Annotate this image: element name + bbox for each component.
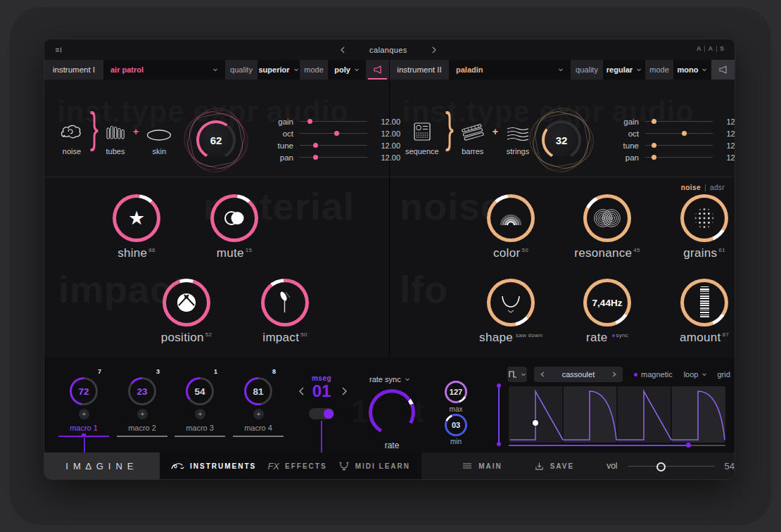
resonance-knob[interactable]: resonance45 [583, 194, 631, 242]
instrument-1-mode-select[interactable]: poly [328, 60, 366, 80]
macro-2-label[interactable]: macro 2 [113, 424, 172, 432]
pan-slider[interactable] [645, 157, 713, 158]
pan-slider[interactable] [300, 157, 367, 158]
mute-knob[interactable]: mute15 [210, 194, 258, 242]
shape-knob[interactable]: shapesaw down [487, 279, 535, 327]
vol-label: vol [607, 461, 617, 471]
noise-cloud-icon [60, 122, 84, 142]
envelope-curve [509, 386, 725, 443]
instrument-1-quality-select[interactable]: superior [258, 60, 300, 80]
star-icon: ★ [116, 198, 157, 239]
mallet-icon [265, 282, 305, 323]
instrument-2-type-selector: sequence } barres + strings [405, 113, 531, 156]
magnetic-toggle[interactable]: magnetic [634, 370, 673, 379]
global-preset-name[interactable]: calanques [369, 46, 407, 54]
macro-1-label[interactable]: macro 1 [54, 424, 113, 432]
material-panel: material impact ★ shine86 mute15 positi [44, 177, 389, 358]
type-sequence[interactable]: sequence [405, 121, 439, 156]
env-horizontal-slider[interactable] [509, 445, 689, 446]
instruments-doodle-icon [171, 462, 184, 471]
min-knob[interactable]: 03 [445, 414, 467, 436]
barcode-icon [684, 282, 725, 323]
bottom-bar: im∆gine instruments fx effects midi lear… [44, 452, 735, 479]
instrument-2-expr-knob[interactable]: 32 [523, 101, 600, 179]
instrument-1-audio-sliders: gain12.00 oct12.00 tune12.00 pan12.00 [269, 117, 400, 162]
gain-slider[interactable] [300, 121, 367, 122]
vol-slider[interactable] [628, 466, 715, 467]
rate-sync-select[interactable]: rate sync [369, 375, 410, 384]
prev-icon[interactable] [540, 372, 545, 377]
instrument-2-mode-select[interactable]: mono [673, 60, 711, 80]
ripples-icon [587, 198, 628, 239]
instrument-2-preset-select[interactable]: paladin [449, 60, 571, 80]
max-knob[interactable]: 127 [445, 381, 467, 403]
prev-preset-icon[interactable] [340, 46, 345, 53]
env-slider-handle[interactable] [686, 443, 691, 448]
instrument-1-preset-select[interactable]: air patrol [103, 60, 225, 80]
grains-knob[interactable]: grains61 [680, 194, 728, 242]
instrument-1-expr-knob[interactable]: 62 [177, 101, 255, 179]
env-preset-select[interactable]: cassoulet [534, 367, 623, 382]
mseg-number: 01 [300, 381, 343, 401]
tab-instruments[interactable]: instruments [171, 462, 256, 471]
panel-toggle-icon[interactable] [54, 46, 63, 54]
macro-4-knob[interactable]: 81 8 [244, 377, 272, 405]
impact-knob[interactable]: impact50 [261, 279, 309, 327]
tune-slider[interactable] [300, 145, 367, 146]
type-skin[interactable]: skin [146, 128, 172, 156]
next-preset-icon[interactable] [431, 46, 437, 53]
macro-3-label[interactable]: macro 3 [170, 424, 229, 432]
macro-3-knob[interactable]: 54 1 [186, 377, 214, 405]
envelope-editor[interactable] [509, 386, 725, 443]
logo-area: im∆gine [44, 452, 160, 479]
grid-select[interactable]: grid [717, 370, 735, 379]
macro-4-label[interactable]: macro 4 [229, 424, 288, 432]
type-noise[interactable]: noise [60, 122, 84, 156]
slider-label: oct [269, 129, 293, 138]
gain-slider[interactable] [645, 121, 713, 122]
tab-effects[interactable]: fx effects [267, 461, 326, 471]
tab-noise[interactable]: noise [681, 184, 701, 191]
fx-icon: fx [267, 461, 279, 471]
type-barres[interactable]: barres [460, 123, 485, 156]
mseg-enable-toggle[interactable] [309, 408, 334, 419]
tune-slider[interactable] [645, 145, 713, 146]
macro-3-assign-button[interactable]: + [195, 409, 205, 419]
save-button[interactable]: save [535, 462, 575, 471]
oct-slider[interactable] [300, 133, 367, 134]
expr-value: 62 [196, 120, 236, 160]
max-value: 127 [445, 381, 467, 403]
lfo-rate-knob[interactable]: 7,44Hz ratesync [583, 279, 631, 327]
macro-2-assign-button[interactable]: + [137, 409, 148, 419]
mseg-next-icon[interactable] [341, 387, 348, 395]
macro-1-assign-button[interactable]: + [79, 409, 89, 419]
expr-value: 32 [542, 120, 581, 160]
type-plus: + [133, 126, 139, 137]
main-menu-button[interactable]: main [462, 462, 502, 470]
lfo-amount-knob[interactable]: amount87 [680, 279, 728, 327]
tab-adsr[interactable]: adsr [710, 184, 725, 191]
instrument-2-quality-select[interactable]: regular [603, 60, 645, 80]
loop-select[interactable]: loop [684, 370, 708, 379]
position-knob[interactable]: position52 [163, 279, 210, 327]
instrument-1-audition-speaker-icon[interactable] [366, 60, 389, 80]
type-tubes[interactable]: tubes [105, 123, 126, 156]
envelope-node-handle[interactable] [533, 420, 538, 426]
titlebar: calanques AAS [44, 39, 735, 60]
env-vertical-range-slider[interactable] [498, 386, 500, 444]
mod-rate-knob[interactable] [369, 389, 415, 436]
main-tabs: instruments fx effects midi learn [160, 452, 421, 479]
env-shape-menu[interactable] [507, 367, 527, 382]
knob-label: color50 [493, 246, 528, 260]
color-knob[interactable]: color50 [487, 194, 535, 242]
macro-4-assign-button[interactable]: + [253, 409, 264, 419]
slider-value: 12.00 [720, 129, 735, 138]
tab-midi-learn[interactable]: midi learn [338, 461, 410, 471]
shine-knob[interactable]: ★ shine86 [113, 194, 160, 242]
vol-slider-thumb[interactable] [656, 462, 666, 471]
next-icon[interactable] [612, 372, 616, 377]
instrument-2-audition-speaker-icon[interactable] [711, 60, 735, 80]
macro-1-knob[interactable]: 72 7 [70, 377, 98, 405]
macro-2-knob[interactable]: 23 3 [128, 377, 156, 405]
oct-slider[interactable] [645, 133, 713, 134]
